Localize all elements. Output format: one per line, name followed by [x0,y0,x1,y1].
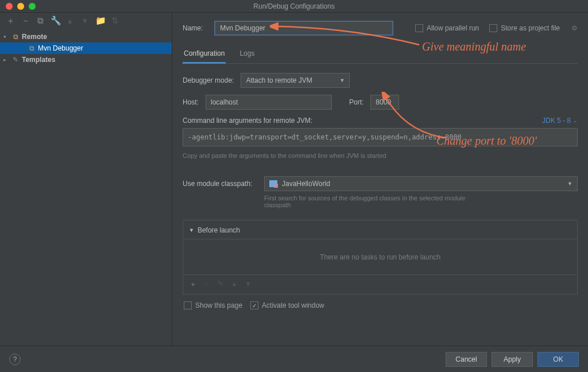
wrench-icon: ✎ [11,56,20,64]
show-this-page-checkbox[interactable]: Show this page [184,301,242,309]
select-value: JavaHelloWorld [282,180,330,188]
window-title: Run/Debug Configurations [253,2,334,10]
add-icon[interactable]: ＋ [189,280,197,289]
down-icon[interactable]: ▾ [80,16,90,26]
ok-button[interactable]: OK [537,352,579,367]
cancel-button[interactable]: Cancel [446,352,487,367]
apply-button[interactable]: Apply [492,352,533,367]
chevron-down-icon: ⌄ [573,118,578,123]
select-value: Attach to remote JVM [246,76,312,84]
chevron-down-icon: ▼ [339,78,345,83]
checkbox-icon [489,24,497,32]
section-title: Before launch [198,226,240,234]
main-panel: Name: Allow parallel run Store as projec… [172,13,588,357]
empty-text: There are no tasks to run before launch [320,253,440,261]
tab-configuration[interactable]: Configuration [183,46,226,64]
configuration-panel: Debugger mode: Attach to remote JVM ▼ Ho… [183,64,578,309]
remove-icon[interactable]: － [203,280,211,289]
help-button[interactable]: ? [9,354,21,365]
remote-type-icon: ⧉ [28,44,36,52]
classpath-label: Use module classpath: [183,176,257,188]
copy-icon[interactable]: ⧉ [36,16,45,26]
chevron-down-icon: ▼ [189,227,194,233]
before-launch-body: There are no tasks to run before launch [183,239,577,274]
close-icon[interactable] [6,3,13,10]
sidebar-toolbar: ＋ － ⧉ 🔧 ▴ ▾ 📁 ⇅ [0,13,172,29]
remove-icon[interactable]: － [21,16,30,26]
remote-type-icon: ⧉ [11,33,20,41]
tree-label: Templates [22,56,55,64]
host-input[interactable] [206,95,332,110]
classpath-select[interactable]: JavaHelloWorld ▼ [264,176,578,191]
link-text: JDK 5 - 8 [542,117,571,125]
zoom-icon[interactable] [29,3,36,10]
up-icon[interactable]: ▴ [230,280,238,289]
name-label: Name: [183,24,203,32]
wrench-icon[interactable]: 🔧 [51,16,60,26]
tree-node-templates[interactable]: ▸ ✎ Templates [0,54,172,65]
sidebar: ＋ － ⧉ 🔧 ▴ ▾ 📁 ⇅ ▾ ⧉ Remote ⧉ Mvn Debugge… [0,13,172,357]
up-icon[interactable]: ▴ [65,16,75,26]
activate-tool-window-checkbox[interactable]: Activate tool window [250,301,324,309]
checkbox-icon [250,301,258,309]
collapse-icon[interactable]: ⇅ [110,16,119,26]
tabs: Configuration Logs [183,46,578,64]
name-input[interactable] [214,21,393,36]
cmdline-hint: Copy and paste the arguments to the comm… [183,152,578,159]
host-label: Host: [183,98,199,106]
footer: ? Cancel Apply OK [0,346,588,372]
traffic-lights [0,3,36,10]
before-launch-section: ▼ Before launch There are no tasks to ru… [183,220,578,294]
tree-node-remote[interactable]: ▾ ⧉ Remote [0,31,172,42]
checkbox-icon [415,24,423,32]
debugger-mode-select[interactable]: Attach to remote JVM ▼ [241,73,350,88]
checkbox-label: Allow parallel run [427,24,479,32]
edit-icon[interactable]: ✎ [216,280,225,289]
checkbox-label: Store as project file [501,24,560,32]
gear-icon[interactable]: ⚙ [571,24,578,32]
port-label: Port: [349,98,363,106]
allow-parallel-checkbox[interactable]: Allow parallel run [415,24,479,32]
checkbox-icon [184,301,192,309]
tree-node-mvn-debugger[interactable]: ⧉ Mvn Debugger [0,42,172,54]
debugger-mode-label: Debugger mode: [183,76,234,84]
tab-logs[interactable]: Logs [238,46,256,63]
before-launch-toolbar: ＋ － ✎ ▴ ▾ [183,274,577,294]
titlebar: Run/Debug Configurations [0,0,588,13]
jdk-version-link[interactable]: JDK 5 - 8 ⌄ [542,117,578,125]
chevron-down-icon: ▼ [567,181,572,187]
module-icon [269,180,277,187]
checkbox-label: Show this page [195,301,242,309]
cmdline-label: Command line arguments for remote JVM: [183,117,312,125]
cmdline-box[interactable]: -agentlib:jdwp=transport=dt_socket,serve… [183,128,578,146]
tree-label: Remote [22,33,47,41]
minimize-icon[interactable] [17,3,24,10]
add-icon[interactable]: ＋ [6,16,15,26]
checkbox-label: Activate tool window [262,301,324,309]
config-tree: ▾ ⧉ Remote ⧉ Mvn Debugger ▸ ✎ Templates [0,29,172,65]
store-project-checkbox[interactable]: Store as project file [489,24,560,32]
before-launch-header[interactable]: ▼ Before launch [183,226,577,239]
chevron-right-icon: ▸ [3,57,9,63]
classpath-hint: First search for sources of the debugged… [264,195,471,208]
tree-label: Mvn Debugger [38,44,83,52]
chevron-down-icon: ▾ [3,34,9,40]
folder-icon[interactable]: 📁 [95,16,105,26]
down-icon[interactable]: ▾ [244,280,252,289]
port-input[interactable] [370,95,399,110]
